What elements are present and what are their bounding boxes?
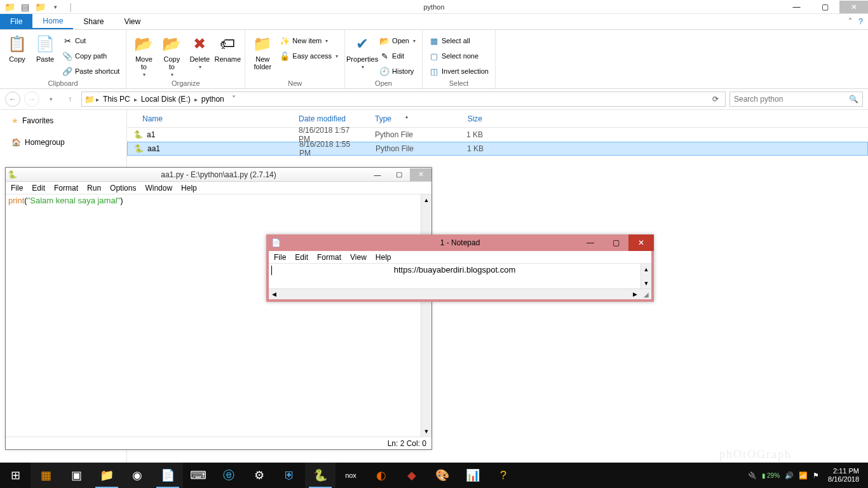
start-button[interactable]: ⊞ xyxy=(0,463,31,488)
idle-menu-format[interactable]: Format xyxy=(54,184,78,193)
notepad-textarea[interactable]: https://buayaberdiri.blogspot.com xyxy=(269,264,641,288)
search-input[interactable] xyxy=(734,95,849,104)
scroll-down-icon[interactable]: ▼ xyxy=(641,278,651,288)
address-dropdown[interactable]: ˅ xyxy=(228,95,240,104)
tray-network-icon[interactable]: 📶 xyxy=(799,471,808,480)
idle-menu-file[interactable]: File xyxy=(11,184,23,193)
ribbon-collapse-icon[interactable]: ˄ xyxy=(848,17,852,26)
open-button[interactable]: Open xyxy=(377,34,418,48)
new-folder-button[interactable]: New folder xyxy=(249,32,276,71)
file-row[interactable]: aa1 8/16/2018 1:55 PM Python File 1 KB xyxy=(127,142,868,156)
move-to-button[interactable]: Move to xyxy=(130,32,157,78)
taskbar-ie[interactable]: ⓔ xyxy=(214,463,244,488)
taskbar-explorer[interactable] xyxy=(92,463,122,488)
scroll-left-icon[interactable]: ◀ xyxy=(269,291,280,297)
copy-to-button[interactable]: Copy to xyxy=(158,32,185,78)
taskbar[interactable]: ⊞ ▦ ▣ ◉ 📄 ⌨ ⓔ ⚙ ⛨ 🐍 nox ◐ ◆ 🎨 📊 ? 🔌 ▮29%… xyxy=(0,463,868,488)
invert-selection-button[interactable]: Invert selection xyxy=(426,64,491,78)
taskbar-security[interactable]: ⛨ xyxy=(275,463,305,488)
edit-button[interactable]: Edit xyxy=(377,49,418,63)
idle-close-button[interactable]: ✕ xyxy=(410,168,431,181)
nav-favorites[interactable]: Favorites xyxy=(0,114,126,128)
idle-editor[interactable]: print("Salam kenal saya jamal") ▲▼ xyxy=(6,194,431,437)
nav-forward-button[interactable]: → xyxy=(24,92,39,107)
nav-up-button[interactable]: ↑ xyxy=(62,92,78,107)
col-type[interactable]: ▴Type xyxy=(369,114,445,123)
crumb-this-pc[interactable]: This PC xyxy=(100,95,133,104)
scroll-right-icon[interactable]: ▶ xyxy=(630,291,641,297)
resize-grip-icon[interactable]: ◢ xyxy=(641,289,651,299)
explorer-minimize-button[interactable]: — xyxy=(782,1,811,13)
scroll-up-icon[interactable]: ▲ xyxy=(421,194,431,205)
rename-button[interactable]: Rename xyxy=(214,32,241,63)
np-menu-view[interactable]: View xyxy=(350,253,367,262)
refresh-button[interactable]: ⟳ xyxy=(709,95,722,104)
copy-path-button[interactable]: Copy path xyxy=(60,49,122,63)
idle-vscrollbar[interactable]: ▲▼ xyxy=(421,194,431,437)
crumb-drive[interactable]: Local Disk (E:) xyxy=(139,95,193,104)
tab-share[interactable]: Share xyxy=(73,14,114,29)
idle-window[interactable]: 🐍 aa1.py - E:\python\aa1.py (2.7.14) — ▢… xyxy=(5,167,432,450)
qat-properties-icon[interactable]: ▤ xyxy=(18,1,32,13)
nav-back-button[interactable]: ← xyxy=(5,92,20,107)
scroll-up-icon[interactable]: ▲ xyxy=(641,264,651,274)
idle-maximize-button[interactable]: ▢ xyxy=(388,168,410,181)
new-item-button[interactable]: New item xyxy=(277,34,341,48)
ribbon-help-icon[interactable]: ? xyxy=(858,17,863,26)
tray-flag-icon[interactable]: ⚑ xyxy=(813,471,819,480)
taskbar-sublime[interactable]: ▦ xyxy=(31,463,61,488)
np-menu-file[interactable]: File xyxy=(274,253,286,262)
taskbar-firefox[interactable]: ◐ xyxy=(366,463,397,488)
address-bar[interactable]: ▸ This PC ▸ Local Disk (E:) ▸ python ˅ ⟳ xyxy=(81,92,726,107)
search-box[interactable] xyxy=(729,92,863,107)
tab-view[interactable]: View xyxy=(114,14,151,29)
taskbar-paint[interactable]: 🎨 xyxy=(427,463,458,488)
properties-button[interactable]: Properties xyxy=(349,32,376,70)
easy-access-button[interactable]: Easy access xyxy=(277,49,341,63)
taskbar-garena[interactable]: ◆ xyxy=(397,463,427,488)
notepad-hscrollbar[interactable]: ◀ ▶ ◢ xyxy=(269,288,651,299)
cut-button[interactable]: Cut xyxy=(60,34,122,48)
taskbar-osk[interactable]: ⌨ xyxy=(183,463,214,488)
np-menu-edit[interactable]: Edit xyxy=(295,253,308,262)
qat-dropdown-icon[interactable]: ▾ xyxy=(48,1,62,13)
qat-newfolder-icon[interactable]: 📁 xyxy=(33,1,47,13)
col-name[interactable]: Name xyxy=(127,114,292,123)
np-menu-format[interactable]: Format xyxy=(317,253,341,262)
taskbar-monitor[interactable]: 📊 xyxy=(458,463,488,488)
tray-volume-icon[interactable]: 🔊 xyxy=(785,471,794,480)
notepad-window[interactable]: 📄 1 - Notepad — ▢ ✕ File Edit Format Vie… xyxy=(266,234,654,302)
idle-menu-options[interactable]: Options xyxy=(110,184,136,193)
paste-shortcut-button[interactable]: Paste shortcut xyxy=(60,64,122,78)
idle-code-area[interactable]: print("Salam kenal saya jamal") xyxy=(6,194,421,437)
idle-titlebar[interactable]: 🐍 aa1.py - E:\python\aa1.py (2.7.14) — ▢… xyxy=(6,168,431,182)
explorer-close-button[interactable]: ✕ xyxy=(839,1,868,13)
taskbar-idle[interactable]: 🐍 xyxy=(305,463,336,488)
taskbar-chrome[interactable]: ◉ xyxy=(122,463,153,488)
notepad-maximize-button[interactable]: ▢ xyxy=(603,234,628,251)
explorer-maximize-button[interactable]: ▢ xyxy=(811,1,839,13)
idle-menu-run[interactable]: Run xyxy=(87,184,101,193)
idle-menu-edit[interactable]: Edit xyxy=(32,184,45,193)
col-size[interactable]: Size xyxy=(445,114,489,123)
select-none-button[interactable]: Select none xyxy=(426,49,491,63)
tab-home[interactable]: Home xyxy=(32,14,73,29)
delete-button[interactable]: Delete xyxy=(186,32,213,70)
nav-homegroup[interactable]: Homegroup xyxy=(0,135,126,149)
taskbar-nox[interactable]: nox xyxy=(336,463,366,488)
nav-recent-button[interactable]: ▾ xyxy=(43,92,58,107)
copy-button[interactable]: Copy xyxy=(4,32,31,63)
crumb-folder[interactable]: python xyxy=(199,95,227,104)
notepad-vscrollbar[interactable]: ▲▼ xyxy=(641,264,651,288)
idle-minimize-button[interactable]: — xyxy=(367,168,388,181)
tab-file[interactable]: File xyxy=(0,14,32,29)
tray-power-icon[interactable]: 🔌 xyxy=(748,471,757,480)
idle-menu-window[interactable]: Window xyxy=(145,184,172,193)
explorer-titlebar[interactable]: ▤ 📁 ▾ | python — ▢ ✕ xyxy=(0,0,868,14)
col-date[interactable]: Date modified xyxy=(292,114,369,123)
tray-battery[interactable]: ▮29% xyxy=(762,472,780,479)
paste-button[interactable]: Paste xyxy=(32,32,58,63)
taskbar-cmd[interactable]: ▣ xyxy=(61,463,92,488)
idle-menu-help[interactable]: Help xyxy=(181,184,197,193)
scroll-down-icon[interactable]: ▼ xyxy=(421,426,431,437)
